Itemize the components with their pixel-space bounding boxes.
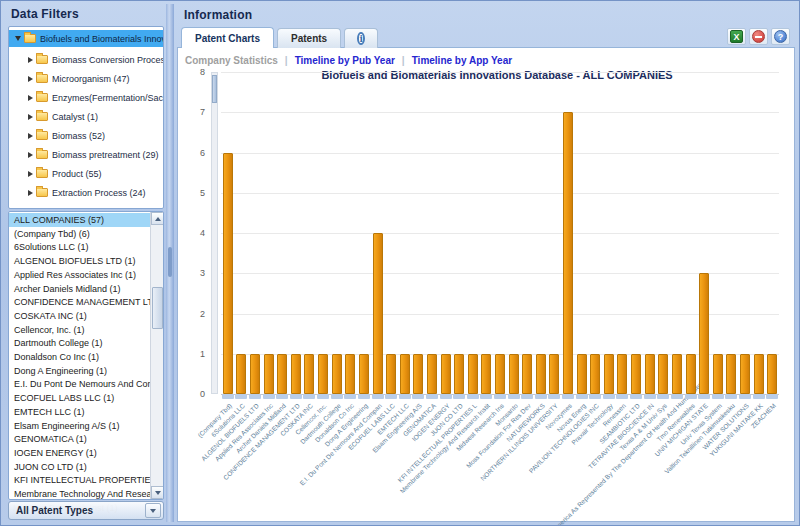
tree-item[interactable]: Microorganism (47) xyxy=(9,70,163,87)
list-item[interactable]: IOGEN ENERGY (1) xyxy=(9,446,151,460)
tree-item[interactable]: Enzymes(Fermentation/Saccharifi xyxy=(9,89,163,106)
remove-button[interactable] xyxy=(749,28,768,45)
list-item[interactable]: EMTECH LLC (1) xyxy=(9,405,151,419)
expand-arrow-icon[interactable] xyxy=(28,76,33,82)
expand-arrow-icon[interactable] xyxy=(28,171,33,177)
list-item[interactable]: COSKATA INC (1) xyxy=(9,309,151,323)
bar[interactable] xyxy=(495,354,505,394)
bar[interactable] xyxy=(754,354,764,394)
bar[interactable] xyxy=(740,354,750,394)
bar[interactable] xyxy=(645,354,655,394)
bar[interactable] xyxy=(236,354,246,394)
tab-patent-charts[interactable]: Patent Charts xyxy=(181,27,274,48)
bar[interactable] xyxy=(481,354,491,394)
bar[interactable] xyxy=(345,354,355,394)
bar[interactable] xyxy=(631,354,641,394)
bar[interactable] xyxy=(604,354,614,394)
tree-item-root[interactable]: Biofuels and Biomaterials Innovation xyxy=(9,30,163,47)
list-item[interactable]: ECOFUEL LABS LLC (1) xyxy=(9,391,151,405)
list-item[interactable]: Dartmouth College (1) xyxy=(9,336,151,350)
bar[interactable] xyxy=(713,354,723,394)
bar[interactable] xyxy=(373,233,383,394)
list-item[interactable]: CONFIDENCE MANAGEMENT LTD (1) xyxy=(9,295,151,309)
bar[interactable] xyxy=(726,354,736,394)
tree-item[interactable]: Biomass pretreatment (29) xyxy=(9,146,163,163)
bar[interactable] xyxy=(427,354,437,394)
expand-arrow-icon[interactable] xyxy=(28,190,33,196)
list-item[interactable]: Membrane Technology And Research xyxy=(9,487,151,500)
bar[interactable] xyxy=(536,354,546,394)
list-item[interactable]: Cellencor, Inc. (1) xyxy=(9,323,151,337)
list-item[interactable]: ALGENOL BIOFUELS LTD (1) xyxy=(9,254,151,268)
chart-vertical-slider[interactable] xyxy=(211,72,218,394)
bar[interactable] xyxy=(468,354,478,394)
bar[interactable] xyxy=(264,354,274,394)
tab-patents[interactable]: Patents xyxy=(277,28,341,48)
tab-info[interactable]: i xyxy=(344,28,378,48)
bar[interactable] xyxy=(590,354,600,394)
expand-arrow-icon[interactable] xyxy=(28,114,33,120)
dropdown-button[interactable] xyxy=(145,503,161,518)
tree-item[interactable]: Catalyst (1) xyxy=(9,108,163,125)
company-list-scrollbar[interactable] xyxy=(150,212,163,499)
help-button[interactable]: ? xyxy=(771,28,790,45)
bar[interactable] xyxy=(549,354,559,394)
bar[interactable] xyxy=(577,354,587,394)
expand-arrow-icon[interactable] xyxy=(28,133,33,139)
list-item[interactable]: Elsam Engineering A/S (1) xyxy=(9,419,151,433)
bar[interactable] xyxy=(672,354,682,394)
bar[interactable] xyxy=(454,354,464,394)
list-item[interactable]: Donaldson Co Inc (1) xyxy=(9,350,151,364)
bar[interactable] xyxy=(767,354,777,394)
list-item[interactable]: KFI INTELLECTUAL PROPERTIES L (1) xyxy=(9,473,151,487)
scroll-up-button[interactable] xyxy=(151,212,164,225)
list-item[interactable]: Applied Res Associates Inc (1) xyxy=(9,268,151,282)
expand-arrow-icon[interactable] xyxy=(28,95,33,101)
list-item[interactable]: GENOMATICA (1) xyxy=(9,432,151,446)
link-timeline-by-app-year[interactable]: Timeline by App Year xyxy=(412,55,512,66)
expand-arrow-icon[interactable] xyxy=(28,152,33,158)
list-item[interactable]: ALL COMPANIES (57) xyxy=(9,213,151,227)
collapse-arrow-icon[interactable] xyxy=(15,36,21,41)
list-item[interactable]: Dong A Engineering (1) xyxy=(9,364,151,378)
tree-item[interactable]: Product (55) xyxy=(9,165,163,182)
tree-item[interactable]: Extraction Process (24) xyxy=(9,184,163,201)
link-timeline-by-pub-year[interactable]: Timeline by Pub Year xyxy=(295,55,395,66)
export-excel-button[interactable]: X xyxy=(727,28,746,45)
list-item[interactable]: JUON CO LTD (1) xyxy=(9,460,151,474)
panel-splitter[interactable] xyxy=(166,4,174,522)
bar[interactable] xyxy=(400,354,410,394)
list-item[interactable]: (Company Tbd) (6) xyxy=(9,227,151,241)
bar[interactable] xyxy=(277,354,287,394)
expand-arrow-icon[interactable] xyxy=(28,57,33,63)
tree-item[interactable]: Biomass (52) xyxy=(9,127,163,144)
bar[interactable] xyxy=(250,354,260,394)
patent-type-dropdown[interactable]: All Patent Types xyxy=(8,501,164,520)
bar[interactable] xyxy=(386,354,396,394)
bar[interactable] xyxy=(658,354,668,394)
bar[interactable] xyxy=(522,354,532,394)
bar[interactable] xyxy=(686,354,696,394)
bar[interactable] xyxy=(699,273,709,394)
bar[interactable] xyxy=(509,354,519,394)
list-item[interactable]: 6Solutions LLC (1) xyxy=(9,240,151,254)
bar[interactable] xyxy=(332,354,342,394)
bar[interactable] xyxy=(304,354,314,394)
bar[interactable] xyxy=(413,354,423,394)
splitter-grip[interactable] xyxy=(168,247,172,277)
bar[interactable] xyxy=(441,354,451,394)
tree-item[interactable]: Biomass Conversion Process (56) xyxy=(9,51,163,68)
gridline xyxy=(221,112,779,113)
list-item[interactable]: Archer Daniels Midland (1) xyxy=(9,282,151,296)
list-item[interactable]: E.I. Du Pont De Nemours And Compar xyxy=(9,377,151,391)
bar[interactable] xyxy=(359,354,369,394)
vertical-slider-thumb[interactable] xyxy=(212,75,217,103)
bar[interactable] xyxy=(291,354,301,394)
bar-pedestal xyxy=(372,394,384,399)
bar[interactable] xyxy=(318,354,328,394)
bar[interactable] xyxy=(563,112,573,394)
bar[interactable] xyxy=(223,153,233,395)
bar[interactable] xyxy=(617,354,627,394)
bar-pedestal xyxy=(399,394,411,399)
scrollbar-thumb[interactable] xyxy=(152,287,163,329)
